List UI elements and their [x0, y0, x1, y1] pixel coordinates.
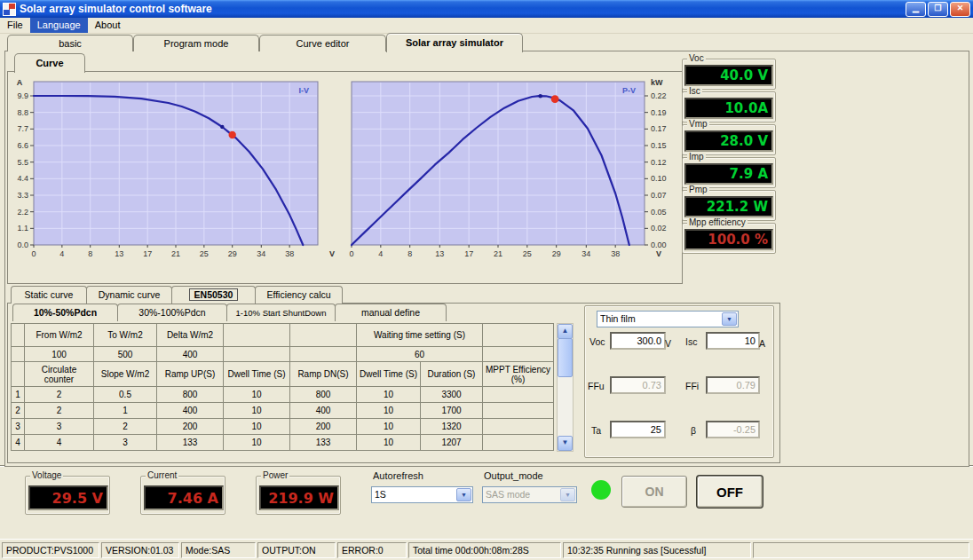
table-cell[interactable]: 4	[25, 435, 94, 451]
svg-text:5.5: 5.5	[17, 158, 28, 167]
table-cell[interactable]: 200	[290, 419, 357, 435]
chevron-down-icon[interactable]: ▼	[722, 312, 737, 326]
table-cell[interactable]: 2	[25, 403, 94, 419]
status-output: OUTPUT:ON	[257, 542, 336, 558]
mpp-efficiency-display: 100.0 %	[684, 229, 773, 250]
table-cell[interactable]: 133	[290, 435, 357, 451]
table-cell[interactable]: 0.5	[94, 387, 157, 403]
table-cell[interactable]: 3	[94, 435, 157, 451]
svg-text:38: 38	[285, 249, 294, 258]
table-cell[interactable]: 400	[290, 403, 357, 419]
menu-file[interactable]: File	[0, 18, 30, 33]
close-button[interactable]: ✕	[950, 2, 970, 17]
autorefresh-dropdown[interactable]: 1S ▼	[371, 486, 473, 503]
status-version: VERSION:01.03	[101, 542, 179, 558]
svg-text:8.8: 8.8	[17, 108, 28, 117]
table-cell[interactable]: 10	[224, 419, 290, 435]
svg-text:6.6: 6.6	[17, 141, 28, 150]
subtab-10-50-pdcn[interactable]: 10%-50%Pdcn	[12, 304, 118, 321]
window-title: Solar array simulator control software	[20, 3, 212, 15]
table-cell[interactable]: 800	[290, 387, 357, 403]
chevron-down-icon: ▼	[560, 488, 575, 501]
table-cell[interactable]: 10	[357, 435, 421, 451]
svg-text:3.3: 3.3	[17, 191, 28, 200]
menu-language[interactable]: Language	[30, 18, 88, 33]
tab-curve-editor[interactable]: Curve editor	[259, 35, 386, 51]
table-cell[interactable]	[483, 419, 554, 435]
maximize-button[interactable]: ❐	[928, 2, 948, 17]
svg-text:13: 13	[435, 249, 444, 258]
status-filler	[753, 542, 969, 558]
tab-program-mode[interactable]: Program mode	[133, 35, 259, 51]
status-mode: Mode:SAS	[181, 542, 256, 558]
table-cell[interactable]: 400	[157, 403, 224, 419]
table-cell[interactable]	[483, 403, 554, 419]
table-cell[interactable]: 1	[94, 403, 157, 419]
table-cell[interactable]: 3300	[421, 387, 483, 403]
subtab-manual-define[interactable]: manual define	[335, 304, 447, 321]
subtab-30-100-pdcn[interactable]: 30%-100%Pdcn	[117, 304, 227, 321]
table-row: 4 4 3 133 10 133 10 1207	[12, 435, 554, 451]
table-cell: Ramp UP(S)	[157, 362, 224, 387]
minimize-button[interactable]: ▁	[906, 2, 926, 17]
chevron-down-icon[interactable]: ▼	[456, 488, 471, 501]
current-meter-group: Current 7.46 A	[140, 476, 225, 515]
svg-text:V: V	[329, 249, 335, 258]
tab-en50530[interactable]: EN50530	[171, 286, 256, 304]
tab-curve[interactable]: Curve	[14, 53, 85, 73]
table-cell[interactable]: 200	[157, 419, 224, 435]
off-button[interactable]: OFF	[697, 476, 763, 508]
tab-solar-array-simulator[interactable]: Solar array simulator	[386, 33, 523, 52]
svg-text:0.17: 0.17	[651, 124, 667, 133]
isc-param-input[interactable]: 10	[706, 332, 760, 350]
isc-readout-label: Isc	[687, 86, 702, 96]
row-header-cell: 4	[12, 435, 25, 451]
module-type-dropdown[interactable]: Thin film ▼	[597, 311, 739, 327]
table-cell: 100	[25, 347, 94, 362]
table-cell[interactable]: 10	[357, 419, 421, 435]
table-cell[interactable]: 10	[357, 387, 421, 403]
row-header-cell: 2	[12, 403, 25, 419]
ta-param-input[interactable]: 25	[610, 421, 666, 438]
table-cell[interactable]: 2	[25, 387, 94, 403]
table-cell[interactable]: 3	[25, 419, 94, 435]
table-cell[interactable]: 800	[157, 387, 224, 403]
on-button[interactable]: ON	[621, 476, 687, 508]
scroll-up-icon[interactable]: ▲	[558, 324, 573, 339]
scroll-down-icon[interactable]: ▼	[558, 436, 573, 451]
tab-static-curve[interactable]: Static curve	[11, 286, 87, 304]
table-cell[interactable]: 10	[224, 435, 290, 451]
tab-basic[interactable]: basic	[7, 35, 133, 51]
svg-text:8: 8	[407, 249, 412, 258]
table-cell[interactable]: 133	[157, 435, 224, 451]
svg-text:9.9: 9.9	[17, 91, 28, 100]
pv-chart: 0.220.190.170.150.120.100.070.050.020.00…	[348, 73, 685, 264]
table-cell[interactable]	[483, 387, 554, 403]
table-cell[interactable]: 10	[357, 403, 421, 419]
iv-chart: 9.98.87.76.65.54.43.32.21.10.00481317212…	[11, 73, 341, 264]
voc-param-input[interactable]: 300.0	[610, 332, 666, 350]
table-cell[interactable]: 2	[94, 419, 157, 435]
ffu-param-input: 0.73	[610, 376, 666, 394]
row-header-cell: 1	[12, 387, 25, 403]
scrollbar-thumb[interactable]	[558, 338, 573, 377]
tab-efficiency-calcu[interactable]: Efficiency calcu	[255, 286, 343, 304]
mpp-efficiency-value: 100.0 %	[708, 232, 768, 248]
table-scrollbar[interactable]: ▲ ▼	[557, 323, 574, 452]
output-mode-label: Output_mode	[484, 470, 543, 481]
table-cell[interactable]: 1700	[421, 403, 483, 419]
svg-text:2.2: 2.2	[17, 208, 28, 217]
menu-about[interactable]: About	[88, 18, 128, 33]
subtab-1-10-start-shuntdown[interactable]: 1-10% Start ShuntDown	[226, 304, 336, 321]
table-cell[interactable]: 10	[224, 387, 290, 403]
table-cell[interactable]	[483, 435, 554, 451]
table-cell[interactable]: 10	[224, 403, 290, 419]
table-cell[interactable]: 1207	[421, 435, 483, 451]
tab-dynamic-curve[interactable]: Dynamic curve	[86, 286, 172, 304]
svg-text:25: 25	[200, 249, 209, 258]
table-cell[interactable]: 1320	[421, 419, 483, 435]
svg-text:21: 21	[494, 249, 502, 258]
ffi-param-input: 0.79	[706, 376, 760, 394]
svg-text:A: A	[17, 78, 23, 87]
svg-text:0: 0	[31, 249, 36, 258]
